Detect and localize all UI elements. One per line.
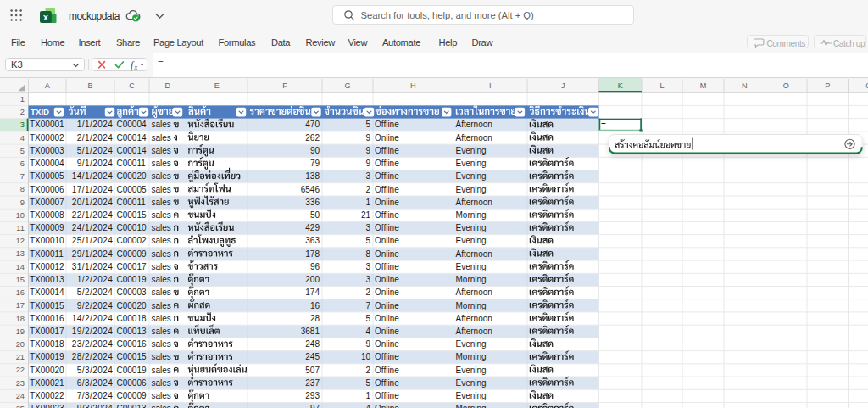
- svg-text:97: 97: [310, 404, 320, 408]
- svg-text:Offline: Offline: [375, 171, 399, 181]
- svg-text:9/3/2024: 9/3/2024: [77, 404, 114, 408]
- svg-text:9/2/2024: 9/2/2024: [77, 301, 114, 310]
- svg-text:sales: sales: [152, 236, 171, 245]
- svg-text:C00009: C00009: [117, 249, 147, 259]
- svg-text:1: 1: [365, 198, 370, 207]
- svg-text:TX00002: TX00002: [30, 133, 64, 143]
- svg-text:Offline: Offline: [375, 223, 399, 232]
- svg-text:262: 262: [305, 133, 320, 143]
- svg-text:336: 336: [305, 198, 320, 207]
- svg-text:19/2/2024: 19/2/2024: [72, 327, 114, 336]
- svg-text:sales: sales: [152, 133, 171, 143]
- svg-text:Online: Online: [375, 249, 399, 259]
- svg-text:429: 429: [305, 223, 320, 232]
- svg-text:21: 21: [361, 210, 371, 220]
- svg-text:E: E: [214, 81, 220, 90]
- svg-text:3: 3: [365, 171, 370, 181]
- svg-text:TX00022: TX00022: [30, 391, 64, 400]
- svg-text:Online: Online: [375, 198, 399, 207]
- svg-text:Afternoon: Afternoon: [456, 133, 492, 143]
- svg-text:C00004: C00004: [117, 120, 147, 129]
- svg-text:C00018: C00018: [117, 314, 147, 323]
- svg-text:sales: sales: [152, 288, 171, 297]
- svg-text:12: 12: [16, 237, 25, 245]
- svg-text:C00015: C00015: [117, 352, 147, 361]
- svg-text:20/1/2024: 20/1/2024: [72, 198, 114, 207]
- svg-text:14/1/2024: 14/1/2024: [72, 171, 114, 181]
- svg-text:23/2/2024: 23/2/2024: [72, 339, 114, 349]
- svg-text:O: O: [783, 81, 789, 90]
- svg-text:TX00005: TX00005: [30, 171, 64, 181]
- svg-text:TX00014: TX00014: [30, 288, 64, 297]
- svg-text:Afternoon: Afternoon: [456, 314, 492, 323]
- svg-text:C00019: C00019: [117, 366, 147, 375]
- svg-text:TX00010: TX00010: [30, 236, 64, 245]
- svg-text:Online: Online: [375, 339, 399, 349]
- svg-text:M: M: [700, 81, 707, 90]
- svg-text:17/1/2024: 17/1/2024: [72, 185, 114, 194]
- svg-text:22/1/2024: 22/1/2024: [72, 210, 114, 220]
- svg-text:TX00015: TX00015: [30, 301, 64, 310]
- svg-text:sales: sales: [152, 391, 171, 400]
- svg-text:4: 4: [365, 327, 370, 336]
- svg-text:Afternoon: Afternoon: [456, 249, 492, 259]
- svg-text:363: 363: [305, 236, 320, 245]
- svg-text:TX00019: TX00019: [30, 352, 64, 361]
- svg-text:Evening: Evening: [456, 159, 487, 168]
- svg-text:2: 2: [365, 288, 370, 297]
- svg-text:sales: sales: [152, 301, 171, 310]
- svg-text:507: 507: [305, 366, 320, 375]
- svg-text:1/2/2024: 1/2/2024: [77, 275, 114, 284]
- svg-text:Offline: Offline: [375, 159, 399, 168]
- svg-text:178: 178: [305, 249, 320, 259]
- svg-text:Online: Online: [375, 236, 399, 245]
- svg-text:TX00003: TX00003: [30, 146, 64, 155]
- svg-text:4: 4: [20, 134, 25, 143]
- svg-text:5/3/2024: 5/3/2024: [77, 366, 114, 375]
- svg-text:5: 5: [365, 120, 370, 129]
- svg-text:7/3/2024: 7/3/2024: [77, 391, 114, 400]
- svg-text:174: 174: [305, 288, 320, 297]
- svg-text:C: C: [129, 81, 135, 90]
- svg-text:sales: sales: [152, 262, 171, 271]
- svg-text:6546: 6546: [301, 185, 320, 194]
- svg-text:470: 470: [305, 120, 320, 129]
- svg-text:50: 50: [310, 210, 320, 220]
- svg-text:C00002: C00002: [117, 236, 147, 245]
- svg-text:A: A: [45, 81, 51, 90]
- svg-text:Evening: Evening: [456, 171, 487, 181]
- svg-text:C00014: C00014: [117, 146, 147, 155]
- svg-text:245: 245: [305, 352, 320, 361]
- svg-text:C00009: C00009: [117, 391, 147, 400]
- svg-text:2/1/2024: 2/1/2024: [77, 133, 114, 143]
- svg-text:16: 16: [16, 288, 25, 297]
- svg-text:C00006: C00006: [117, 378, 147, 388]
- svg-text:G: G: [344, 81, 350, 90]
- svg-text:K: K: [618, 81, 623, 90]
- svg-text:31/1/2024: 31/1/2024: [72, 262, 114, 271]
- svg-text:Evening: Evening: [456, 366, 487, 375]
- svg-text:D: D: [165, 81, 171, 90]
- svg-text:C00014: C00014: [117, 133, 147, 143]
- svg-text:TX00007: TX00007: [30, 198, 64, 207]
- svg-text:sales: sales: [152, 120, 171, 129]
- svg-text:C00011: C00011: [117, 198, 147, 207]
- svg-text:C00005: C00005: [117, 185, 147, 194]
- svg-text:20: 20: [16, 340, 25, 349]
- svg-text:Afternoon: Afternoon: [456, 198, 492, 207]
- svg-text:sales: sales: [152, 171, 171, 181]
- svg-text:B: B: [87, 81, 92, 90]
- svg-text:x: x: [133, 64, 137, 71]
- svg-text:C00020: C00020: [117, 171, 147, 181]
- svg-text:5/2/2024: 5/2/2024: [77, 288, 114, 297]
- svg-text:Offline: Offline: [375, 146, 399, 155]
- svg-text:Evening: Evening: [456, 262, 487, 271]
- svg-text:Offline: Offline: [375, 185, 399, 194]
- svg-text:TX00008: TX00008: [30, 210, 64, 220]
- svg-text:9/1/2024: 9/1/2024: [77, 159, 114, 168]
- svg-text:TX00009: TX00009: [30, 223, 64, 232]
- svg-text:sales: sales: [152, 275, 171, 284]
- svg-text:Online: Online: [375, 404, 399, 408]
- svg-text:3: 3: [365, 262, 370, 271]
- svg-text:79: 79: [310, 159, 320, 168]
